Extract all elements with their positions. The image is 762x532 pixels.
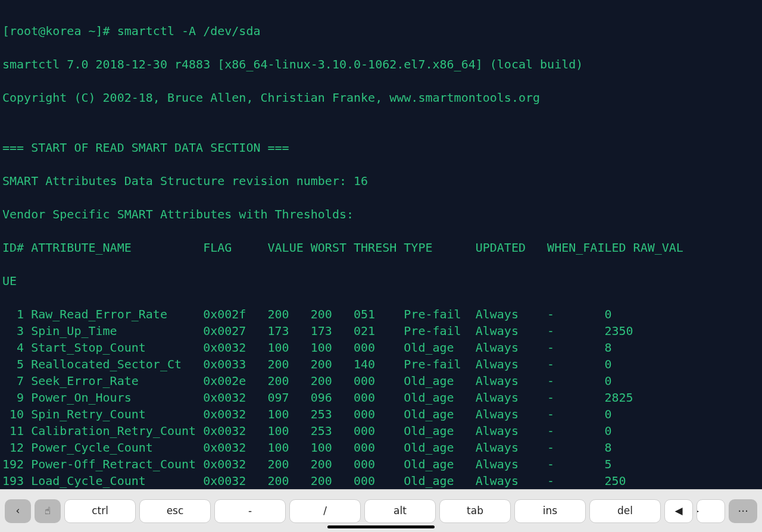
table-row: 5 Reallocated_Sector_Ct 0x0033 200 200 1… — [2, 356, 760, 373]
del-key[interactable]: del — [589, 499, 661, 523]
ins-key[interactable]: ins — [514, 499, 586, 523]
tab-key[interactable]: tab — [439, 499, 511, 523]
table-row: 11 Calibration_Retry_Count 0x0032 100 25… — [2, 423, 760, 439]
arrow-right-key[interactable]: ▶ — [697, 499, 725, 523]
esc-key[interactable]: esc — [139, 499, 211, 523]
ctrl-key[interactable]: ctrl — [64, 499, 136, 523]
arrow-left-key[interactable]: ◀ — [664, 499, 693, 523]
more-button[interactable]: ⋯ — [729, 499, 757, 523]
table-row: 3 Spin_Up_Time 0x0027 173 173 021 Pre-fa… — [2, 323, 760, 339]
home-indicator — [327, 525, 435, 528]
header-line: SMART Attributes Data Structure revision… — [2, 173, 760, 189]
table-row: 10 Spin_Retry_Count 0x0032 100 253 000 O… — [2, 406, 760, 423]
table-row: 7 Seek_Error_Rate 0x002e 200 200 000 Old… — [2, 373, 760, 389]
table-row: 192 Power-Off_Retract_Count 0x0032 200 2… — [2, 456, 760, 472]
alt-key[interactable]: alt — [364, 499, 436, 523]
header-line: Vendor Specific SMART Attributes with Th… — [2, 206, 760, 223]
table-row: 9 Power_On_Hours 0x0032 097 096 000 Old_… — [2, 389, 760, 406]
command: smartctl -A /dev/sda — [117, 24, 261, 38]
dash-key[interactable]: - — [214, 499, 286, 523]
header-line: === START OF READ SMART DATA SECTION === — [2, 139, 760, 156]
header-line: Copyright (C) 2002-18, Bruce Allen, Chri… — [2, 89, 760, 106]
table-row: 12 Power_Cycle_Count 0x0032 100 100 000 … — [2, 439, 760, 456]
table-row: 193 Load_Cycle_Count 0x0032 200 200 000 … — [2, 472, 760, 489]
touch-button[interactable]: ☝ — [35, 499, 61, 523]
back-button[interactable]: ‹ — [5, 499, 31, 523]
prompt: [root@korea ~]# — [2, 24, 117, 38]
table-header-wrap: UE — [2, 273, 760, 289]
table-header: ID# ATTRIBUTE_NAME FLAG VALUE WORST THRE… — [2, 239, 760, 256]
table-row: 1 Raw_Read_Error_Rate 0x002f 200 200 051… — [2, 306, 760, 323]
header-line: smartctl 7.0 2018-12-30 r4883 [x86_64-li… — [2, 56, 760, 73]
slash-key[interactable]: / — [289, 499, 361, 523]
terminal-output[interactable]: [root@korea ~]# smartctl -A /dev/sda sma… — [0, 0, 762, 489]
table-row: 4 Start_Stop_Count 0x0032 100 100 000 Ol… — [2, 339, 760, 356]
